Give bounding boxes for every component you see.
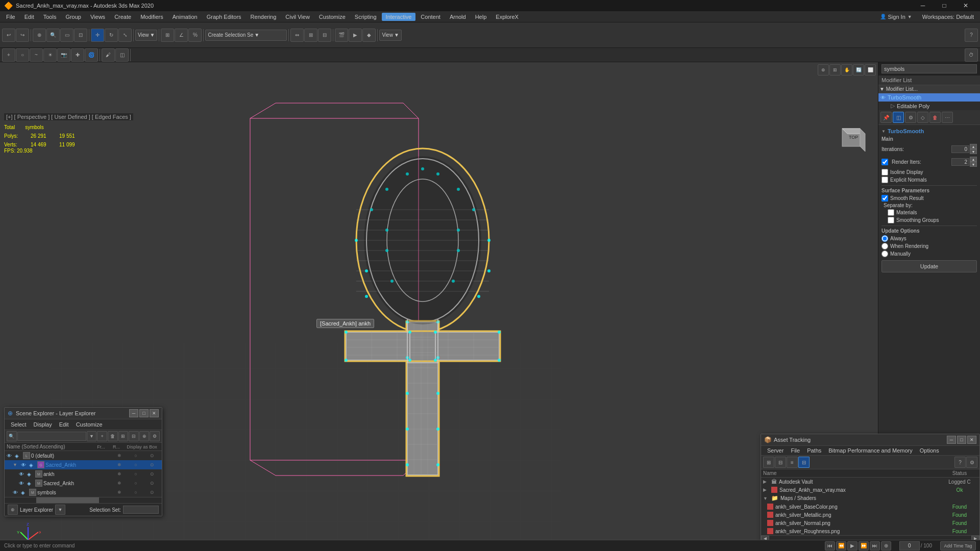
menu-content[interactable]: Content — [416, 13, 445, 21]
asset-tracking-title-bar[interactable]: 📦 Asset Tracking ─ □ ✕ — [761, 434, 979, 446]
helper-button[interactable]: ✚ — [71, 48, 84, 62]
iterations-up-button[interactable]: ▲ — [970, 144, 977, 149]
next-frame-button[interactable]: ⏩ — [859, 541, 869, 550]
help-button[interactable]: ? — [965, 29, 978, 42]
at-table-view-button[interactable]: ⊟ — [798, 457, 810, 468]
at-help-button[interactable]: ? — [954, 457, 966, 468]
object-name-input[interactable] — [881, 64, 977, 73]
maximize-viewport-button[interactable]: ⬜ — [865, 64, 876, 76]
geometry-button[interactable]: ○ — [16, 48, 29, 62]
object-name-field[interactable] — [878, 62, 980, 76]
view-cube[interactable]: TOP — [832, 123, 868, 159]
sacred-ankh-obj-eye-icon[interactable]: 👁 — [19, 481, 26, 486]
menu-arnold[interactable]: Arnold — [446, 13, 470, 21]
redo-button[interactable]: ↪ — [16, 29, 29, 42]
sacred-ankh-eye-icon[interactable]: 👁 — [21, 462, 28, 468]
se-minimize-button[interactable]: ─ — [129, 409, 138, 417]
se-close-button[interactable]: ✕ — [150, 409, 159, 417]
menu-group[interactable]: Group — [61, 13, 85, 21]
key-mode-button[interactable]: ⊕ — [881, 541, 891, 550]
render-iters-checkbox[interactable] — [881, 159, 888, 165]
modifier-eye-icon[interactable]: 👁 — [880, 95, 886, 101]
isoline-checkbox[interactable] — [881, 169, 888, 176]
cloth-button[interactable]: ◫ — [115, 48, 129, 62]
smooth-result-checkbox[interactable] — [881, 195, 888, 202]
sacred-ankh-group-row[interactable]: ▼ 👁 ◈ G Sacred_Ankh ❄ ○ ⊙ — [5, 460, 162, 469]
update-button[interactable]: Update — [881, 260, 977, 272]
menu-explorex[interactable]: ExploreX — [492, 13, 523, 21]
always-radio[interactable] — [881, 235, 888, 242]
close-button[interactable]: ✕ — [955, 0, 976, 11]
ankh-render-icon[interactable]: ◈ — [27, 471, 34, 477]
render-button[interactable]: ▶ — [349, 29, 362, 42]
modifier-turbosmooth[interactable]: 👁 TurboSmooth — [878, 93, 980, 102]
se-expand-button[interactable]: ⊞ — [118, 431, 129, 441]
menu-graph-editors[interactable]: Graph Editors — [203, 13, 246, 21]
scene-explorer-title-bar[interactable]: ⊕ Scene Explorer - Layer Explorer ─ □ ✕ — [5, 408, 162, 419]
percent-snap-button[interactable]: % — [188, 29, 202, 42]
se-new-layer-button[interactable]: + — [97, 431, 107, 441]
pan-button[interactable]: ✋ — [841, 64, 852, 76]
when-rendering-radio[interactable] — [881, 243, 888, 249]
select-by-name-button[interactable]: 🔍 — [46, 29, 60, 42]
max-file-row[interactable]: ▶ Sacred_Ankh_max_vray.max Ok — [761, 486, 979, 494]
window-cross-button[interactable]: ⊡ — [74, 29, 87, 42]
material-editor-button[interactable]: ◆ — [362, 29, 376, 42]
menu-modifiers[interactable]: Modifiers — [136, 13, 167, 21]
play-button[interactable]: ▶ — [847, 541, 857, 550]
at-collapse-button[interactable]: ⊟ — [775, 457, 786, 468]
explicit-normals-checkbox[interactable] — [881, 177, 888, 183]
minimize-button[interactable]: ─ — [913, 0, 933, 11]
prev-frame-button[interactable]: ⏪ — [836, 541, 846, 550]
layer-0-render-icon[interactable]: ◈ — [15, 453, 22, 459]
menu-file[interactable]: File — [2, 13, 19, 21]
undo-button[interactable]: ↩ — [2, 29, 15, 42]
iterations-down-button[interactable]: ▼ — [970, 149, 977, 154]
layer-dropdown-button[interactable]: ▼ — [55, 505, 65, 515]
zoom-extents-button[interactable]: ⊕ — [818, 64, 829, 76]
time-tag-button[interactable]: Add Time Tag — [940, 541, 976, 550]
se-find-button[interactable]: ⊕ — [139, 431, 150, 441]
at-minimize-button[interactable]: ─ — [947, 436, 956, 444]
smoothing-groups-checkbox[interactable] — [888, 217, 894, 223]
selection-set-input[interactable] — [123, 506, 159, 514]
camera-button[interactable]: 📷 — [57, 48, 70, 62]
align-button[interactable]: ⊟ — [318, 29, 331, 42]
ankh-row[interactable]: 👁 ◈ M ankh ❄ ○ ⊙ — [5, 469, 162, 479]
array-button[interactable]: ⊞ — [304, 29, 317, 42]
maps-folder-row[interactable]: ▼ 📁 Maps / Shaders — [761, 494, 979, 503]
roughness-row[interactable]: ankh_silver_Roughness.png Found — [761, 527, 979, 535]
base-color-row[interactable]: ankh_silver_BaseColor.png Found — [761, 503, 979, 511]
se-scrollbar[interactable] — [5, 497, 162, 503]
materials-checkbox[interactable] — [888, 209, 894, 216]
layer-picker-button[interactable]: ⊕ — [8, 505, 18, 515]
symbols-render-icon[interactable]: ◈ — [21, 490, 28, 495]
se-restore-button[interactable]: □ — [139, 409, 149, 417]
snap-toggle-button[interactable]: ⊞ — [161, 29, 174, 42]
orbit-button[interactable]: 🔄 — [853, 64, 864, 76]
menu-tools[interactable]: Tools — [39, 13, 61, 21]
select-object-button[interactable]: ⊕ — [33, 29, 46, 42]
symbols-row[interactable]: 👁 ◈ M symbols ❄ ○ ⊙ — [5, 488, 162, 497]
rectangle-select-button[interactable]: ▭ — [60, 29, 74, 42]
menu-help[interactable]: Help — [471, 13, 491, 21]
at-menu-bitmap-perf[interactable]: Bitmap Performance and Memory — [825, 447, 915, 454]
se-settings-button[interactable]: ⚙ — [150, 431, 160, 441]
se-menu-select[interactable]: Select — [8, 421, 30, 428]
normal-row[interactable]: ankh_silver_Normal.png Found — [761, 519, 979, 527]
sacred-ankh-render-icon[interactable]: ◈ — [29, 462, 36, 468]
make-unique-button[interactable]: ◇ — [917, 112, 928, 123]
paint-button[interactable]: 🖌 — [102, 48, 115, 62]
coord-system-dropdown[interactable]: View ▼ — [135, 30, 157, 41]
at-menu-options[interactable]: Options — [917, 447, 942, 454]
render-iters-down-button[interactable]: ▼ — [970, 162, 977, 167]
metallic-row[interactable]: ankh_silver_Metallic.png Found — [761, 511, 979, 519]
view-dropdown[interactable]: View ▼ — [379, 30, 401, 41]
go-start-button[interactable]: ⏮ — [825, 541, 835, 550]
modifier-options-button[interactable]: ⋯ — [942, 112, 953, 123]
create-object-button[interactable]: + — [2, 48, 15, 62]
render-iters-input[interactable] — [951, 158, 969, 166]
frame-input[interactable] — [899, 541, 920, 550]
menu-edit[interactable]: Edit — [20, 13, 38, 21]
menu-create[interactable]: Create — [110, 13, 135, 21]
